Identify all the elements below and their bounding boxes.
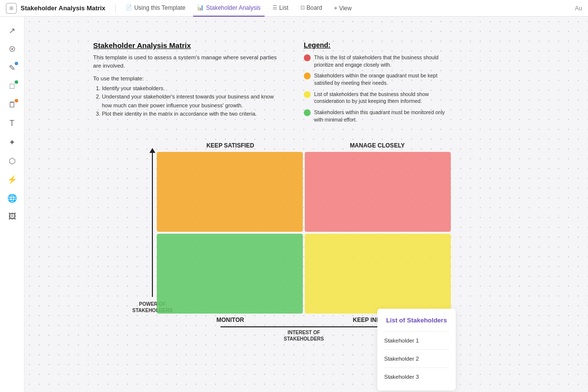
sidebar-connect-tool[interactable]: ⚡ (4, 172, 20, 187)
content-panel: Stakeholder Analysis Matrix This templat… (93, 41, 451, 342)
legend-text-red: This is the list of stakeholders that th… (314, 54, 451, 68)
sidebar-globe-tool[interactable]: 🌐 (4, 190, 20, 206)
legend-item-orange: Stakeholders within the orange quadrant … (304, 72, 451, 86)
shapes-dot (15, 80, 18, 84)
legend-dot-orange (304, 73, 311, 79)
description-section: Stakeholder Analysis Matrix This templat… (93, 41, 451, 127)
legend-text-orange: Stakeholders within the orange quadrant … (314, 72, 451, 86)
topbar: ⊞ Stakeholder Analysis Matrix 📄 Using th… (0, 0, 588, 17)
steps-list: Identify your stakeholders. Understand y… (93, 84, 284, 119)
pen-dot (15, 62, 18, 65)
label-manage-closely: MANAGE CLOSELY (304, 142, 451, 149)
user-avatar: Au (575, 5, 582, 12)
label-monitor: MONITOR (157, 317, 304, 323)
card-divider-3 (384, 368, 449, 368)
main-layout: ↗ ✎ □ 🗒 T ✦ ⬡ ⚡ 🌐 🖼 (0, 17, 588, 392)
sidebar-text-tool[interactable]: T (4, 116, 20, 131)
sidebar-shapes-tool[interactable]: □ (4, 78, 20, 94)
step-2: Understand your stakeholder's interest t… (102, 93, 284, 110)
matrix-title: Stakeholder Analysis Matrix (93, 41, 284, 49)
step-1: Identify your stakeholders. (102, 84, 284, 93)
tab-stakeholder-analysis[interactable]: 📊 Stakeholder Analysis (193, 0, 264, 17)
sidebar-ai-tool[interactable] (4, 41, 20, 57)
add-view-button[interactable]: + View (330, 3, 356, 14)
sidebar-diagram-tool[interactable]: ⬡ (4, 153, 20, 169)
legend-dot-green (304, 109, 311, 116)
matrix-body: POWER OFSTAKEHOLDERS (108, 152, 451, 314)
stakeholder-item-3: Stakeholder 3 (384, 371, 449, 383)
card-title: List of Stakeholders (384, 317, 449, 325)
sidebar-cursor-tool[interactable]: ↗ (4, 23, 20, 38)
sidebar-sticky-tool[interactable]: 🗒 (4, 97, 20, 113)
legend-item-yellow: List of stakeholders that the business s… (304, 91, 451, 105)
sidebar-pen-tool[interactable]: ✎ (4, 60, 20, 75)
chart-icon: 📊 (197, 4, 204, 11)
sidebar: ↗ ✎ □ 🗒 T ✦ ⬡ ⚡ 🌐 🖼 (0, 17, 24, 392)
document-icon: 📄 (125, 4, 132, 11)
sidebar-image-tool[interactable]: 🖼 (4, 209, 20, 224)
sidebar-magic-tool[interactable]: ✦ (4, 134, 20, 150)
legend-item-green: Stakeholders within this quadrant must b… (304, 109, 451, 123)
matrix-top-labels: KEEP SATISFIED MANAGE CLOSELY (157, 142, 451, 152)
cell-keep-satisfied (157, 152, 303, 232)
list-icon: ☰ (272, 4, 277, 11)
tab-using-template[interactable]: 📄 Using this Template (122, 0, 190, 17)
app-logo: ⊞ (6, 3, 17, 14)
stakeholder-item-2: Stakeholder 2 (384, 353, 449, 365)
legend-item-red: This is the list of stakeholders that th… (304, 54, 451, 68)
legend-section: Legend: This is the list of stakeholders… (304, 41, 451, 127)
svg-point-1 (11, 48, 13, 50)
matrix-grid (157, 152, 451, 314)
description-left: Stakeholder Analysis Matrix This templat… (93, 41, 284, 127)
steps-label: To use the template: (93, 75, 284, 81)
legend-text-green: Stakeholders within this quadrant must b… (314, 109, 451, 123)
matrix-steps: To use the template: Identify your stake… (93, 75, 284, 119)
stakeholder-item-1: Stakeholder 1 (384, 335, 449, 346)
legend-dot-red (304, 54, 311, 61)
stakeholder-card: List of Stakeholders Stakeholder 1 Stake… (377, 309, 456, 391)
y-axis-line (152, 152, 153, 297)
label-keep-satisfied: KEEP SATISFIED (157, 142, 304, 149)
tab-board[interactable]: ⊡ Board (296, 0, 326, 17)
sticky-dot (15, 99, 18, 102)
legend-dot-yellow (304, 91, 311, 98)
tab-list[interactable]: ☰ List (269, 0, 293, 17)
x-axis-line (220, 326, 387, 327)
card-divider-1 (384, 331, 449, 332)
cell-keep-informed (305, 234, 451, 314)
divider (115, 4, 116, 12)
matrix-intro: This template is used to assess a system… (93, 53, 284, 71)
legend-text-yellow: List of stakeholders that the business s… (314, 91, 451, 105)
matrix-section: KEEP SATISFIED MANAGE CLOSELY POWER OFST… (108, 142, 451, 342)
step-3: Plot their identity in the matrix in acc… (102, 110, 284, 119)
card-divider-2 (384, 349, 449, 350)
cell-monitor (157, 234, 303, 314)
cell-manage-closely (305, 152, 451, 232)
y-axis: POWER OFSTAKEHOLDERS (108, 152, 157, 314)
board-icon: ⊡ (300, 4, 305, 11)
page-title: Stakeholder Analysis Matrix (21, 4, 105, 12)
canvas-area[interactable]: Stakeholder Analysis Matrix This templat… (24, 17, 588, 392)
legend-title: Legend: (304, 41, 451, 49)
